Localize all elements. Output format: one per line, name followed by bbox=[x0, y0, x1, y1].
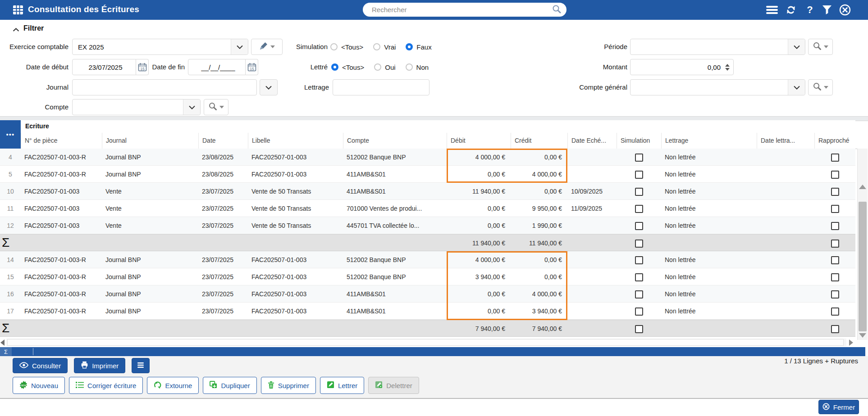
date-debut-field[interactable]: 23/07/2025 15 bbox=[72, 59, 149, 75]
dupliquer-button[interactable]: Dupliquer bbox=[203, 377, 256, 394]
column-header-credit[interactable]: Crédit bbox=[511, 133, 567, 149]
exercice-combobox[interactable]: EX 2025 bbox=[72, 39, 248, 55]
compte-search-button[interactable] bbox=[204, 99, 228, 115]
periode-search-button[interactable] bbox=[808, 39, 833, 55]
column-header-date[interactable]: Date bbox=[198, 133, 248, 149]
scroll-right-icon[interactable] bbox=[849, 339, 853, 346]
more-actions-button[interactable] bbox=[132, 358, 150, 373]
simulation-checkbox[interactable] bbox=[635, 171, 643, 179]
table-row[interactable]: 11FAC202507-01-003Vente23/07/2025Vente d… bbox=[0, 200, 855, 217]
sum-row[interactable]: Σ11 940,00 €11 940,00 € bbox=[0, 234, 855, 251]
compte-combobox[interactable] bbox=[72, 99, 201, 115]
rapproche-checkbox[interactable] bbox=[831, 154, 839, 162]
rapproche-checkbox[interactable] bbox=[831, 188, 839, 196]
search-input[interactable] bbox=[371, 5, 552, 14]
rapproche-checkbox[interactable] bbox=[831, 307, 839, 316]
rapproche-checkbox[interactable] bbox=[831, 290, 839, 298]
vertical-scrollbar[interactable] bbox=[857, 149, 868, 340]
search-box[interactable] bbox=[363, 3, 566, 17]
column-header-piece[interactable]: N° de pièce bbox=[21, 133, 102, 149]
rapproche-checkbox[interactable] bbox=[831, 273, 839, 281]
lettre-radio-tous[interactable] bbox=[331, 63, 338, 71]
table-row[interactable]: 14FAC202507-01-003-RJournal BNP23/07/202… bbox=[0, 251, 855, 268]
table-row[interactable]: 16FAC202507-01-003-RJournal BNP23/07/202… bbox=[0, 285, 855, 303]
chevron-down-icon[interactable] bbox=[183, 99, 200, 115]
simulation-checkbox[interactable] bbox=[635, 290, 643, 298]
simulation-checkbox[interactable] bbox=[635, 222, 643, 230]
delettrer-button[interactable]: Delettrer bbox=[368, 377, 419, 394]
column-header-debit[interactable]: Débit bbox=[447, 133, 511, 149]
column-header-rapproche[interactable]: Rapproché bbox=[814, 133, 855, 149]
simulation-checkbox[interactable] bbox=[635, 154, 643, 162]
horizontal-scrollbar[interactable] bbox=[6, 339, 846, 346]
filter-icon[interactable] bbox=[821, 5, 833, 15]
calendar-icon[interactable]: 15 bbox=[136, 59, 149, 75]
compte-general-combobox[interactable] bbox=[630, 79, 805, 95]
table-row[interactable]: 5FAC202507-01-003-RJournal BNP23/08/2025… bbox=[0, 166, 855, 183]
table-row[interactable]: 10FAC202507-01-003Vente23/07/2025Vente d… bbox=[0, 183, 855, 200]
rapproche-checkbox[interactable] bbox=[831, 240, 839, 248]
sum-icon[interactable]: Σ bbox=[0, 347, 12, 356]
simulation-checkbox[interactable] bbox=[635, 205, 643, 213]
montant-field[interactable]: 0,00 bbox=[630, 59, 734, 75]
rapproche-checkbox[interactable] bbox=[831, 205, 839, 213]
simulation-radio-vrai[interactable] bbox=[373, 43, 380, 50]
menu-icon[interactable] bbox=[766, 5, 778, 15]
simulation-radio-faux[interactable] bbox=[406, 43, 413, 50]
date-fin-field[interactable]: __/__/____ 15 bbox=[188, 59, 258, 75]
simulation-checkbox[interactable] bbox=[635, 307, 643, 316]
lettre-radio-non[interactable] bbox=[406, 63, 413, 71]
lettre-radio-oui[interactable] bbox=[374, 63, 381, 71]
simulation-checkbox[interactable] bbox=[635, 240, 643, 248]
column-header-simulation[interactable]: Simulation bbox=[617, 133, 661, 149]
simulation-checkbox[interactable] bbox=[635, 273, 643, 281]
simulation-checkbox[interactable] bbox=[635, 188, 643, 196]
table-row[interactable]: 12FAC202507-01-003Vente23/07/2025Vente d… bbox=[0, 217, 855, 234]
simulation-checkbox[interactable] bbox=[635, 325, 643, 333]
compte-general-search-button[interactable] bbox=[808, 79, 833, 95]
vertical-scroll-thumb[interactable] bbox=[859, 202, 867, 331]
column-header-compte[interactable]: Compte bbox=[343, 133, 447, 149]
column-header-date_lettrage[interactable]: Date lettra... bbox=[757, 133, 814, 149]
search-icon[interactable] bbox=[552, 5, 561, 15]
extourne-button[interactable]: Extourne bbox=[147, 377, 199, 394]
collapse-filter-icon[interactable] bbox=[13, 26, 19, 34]
consulter-button[interactable]: Consulter bbox=[13, 358, 68, 373]
chevron-down-icon[interactable] bbox=[231, 39, 248, 54]
calendar-icon[interactable]: 15 bbox=[246, 59, 258, 75]
scroll-left-icon[interactable] bbox=[0, 339, 5, 346]
sum-row[interactable]: Σ7 940,00 €7 940,00 € bbox=[0, 320, 855, 337]
chevron-down-icon[interactable] bbox=[788, 39, 805, 54]
table-row[interactable]: 4FAC202507-01-003-RJournal BNP23/08/2025… bbox=[0, 149, 855, 166]
simulation-checkbox[interactable] bbox=[635, 256, 643, 264]
refresh-icon[interactable] bbox=[785, 5, 797, 15]
close-window-icon[interactable] bbox=[839, 5, 851, 15]
rapproche-checkbox[interactable] bbox=[831, 256, 839, 264]
help-icon[interactable]: ? bbox=[804, 5, 816, 15]
lettrer-button[interactable]: Lettrer bbox=[320, 377, 364, 394]
scroll-up-icon[interactable] bbox=[859, 185, 866, 189]
simulation-radio-tous[interactable] bbox=[330, 43, 338, 50]
lettrage-field[interactable] bbox=[333, 79, 429, 95]
nouveau-button[interactable]: NEW Nouveau bbox=[13, 377, 65, 394]
corriger-ecriture-button[interactable]: Corriger écriture bbox=[69, 377, 143, 394]
journal-field[interactable] bbox=[72, 79, 257, 95]
column-header-echeance[interactable]: Date Eché... bbox=[567, 133, 617, 149]
fermer-button[interactable]: Fermer bbox=[818, 400, 859, 414]
horizontal-scroll-thumb[interactable] bbox=[7, 339, 844, 346]
column-header-lettrage[interactable]: Lettrage bbox=[661, 133, 757, 149]
rapproche-checkbox[interactable] bbox=[831, 222, 839, 230]
supprimer-button[interactable]: Supprimer bbox=[261, 377, 316, 394]
table-row[interactable]: 17FAC202507-01-003-RJournal BNP23/07/202… bbox=[0, 303, 855, 320]
spinner-icon[interactable] bbox=[725, 64, 730, 71]
rapproche-checkbox[interactable] bbox=[831, 171, 839, 179]
rapproche-checkbox[interactable] bbox=[831, 325, 839, 333]
imprimer-button[interactable]: Imprimer bbox=[74, 358, 125, 373]
chevron-down-icon[interactable] bbox=[788, 80, 805, 95]
table-options-button[interactable]: ••• bbox=[0, 120, 21, 149]
periode-combobox[interactable] bbox=[630, 39, 805, 55]
column-header-libelle[interactable]: Libelle bbox=[248, 133, 343, 149]
scroll-down-icon[interactable] bbox=[859, 333, 866, 338]
table-row[interactable]: 15FAC202507-01-003-RJournal BNP23/07/202… bbox=[0, 268, 855, 285]
column-header-journal[interactable]: Journal bbox=[102, 133, 198, 149]
